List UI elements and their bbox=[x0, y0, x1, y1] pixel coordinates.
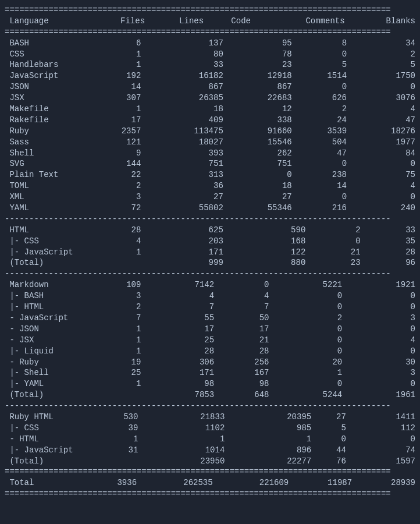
cell-language: Language bbox=[5, 16, 86, 27]
table-row: HTML11100 bbox=[5, 434, 415, 445]
language-label: Ruby bbox=[9, 126, 29, 136]
table-row: Plain Text22313023875 bbox=[5, 169, 415, 180]
language-label: YAML bbox=[24, 379, 44, 388]
cell-value: 1 bbox=[86, 49, 141, 60]
cell-language: Ruby HTML bbox=[5, 412, 86, 423]
cell-value: 0 bbox=[292, 192, 347, 203]
cell-value: 3076 bbox=[347, 93, 415, 104]
cell-value: 22683 bbox=[223, 93, 292, 104]
separator-single: ----------------------------------------… bbox=[5, 268, 415, 279]
cell-value: 18027 bbox=[141, 137, 223, 148]
cell-value: 28 bbox=[141, 346, 214, 357]
cell-value: 78 bbox=[223, 49, 292, 60]
cell-value: 999 bbox=[141, 257, 223, 268]
cell-value: 1514 bbox=[292, 70, 347, 82]
table-row: JavaScript3110148964474 bbox=[5, 445, 415, 456]
cell-language: XML bbox=[5, 192, 86, 203]
table-row: HTML27700 bbox=[5, 302, 415, 313]
cell-value: 55 bbox=[141, 313, 214, 324]
table-row: HTML28625590233 bbox=[5, 225, 415, 236]
separator-double: ========================================… bbox=[5, 466, 415, 477]
cell-value: 1 bbox=[86, 378, 141, 390]
cell-value: 2 bbox=[305, 225, 360, 236]
language-label: Shell bbox=[9, 148, 34, 158]
cell-value: 2 bbox=[269, 313, 342, 324]
cell-value: 1 bbox=[86, 335, 141, 346]
cell-value: 2 bbox=[86, 180, 141, 192]
cell-value: 0 bbox=[346, 434, 415, 445]
cell-value: 4 bbox=[141, 291, 214, 302]
cell-value: 1 bbox=[86, 104, 141, 115]
separator-double: ========================================… bbox=[5, 27, 415, 38]
cell-language: HTML bbox=[5, 434, 86, 445]
table-row: Makefile1181224 bbox=[5, 104, 415, 115]
cell-value: 21 bbox=[214, 335, 269, 346]
cell-value: 18 bbox=[141, 104, 223, 115]
cell-value: 1 bbox=[86, 247, 141, 258]
cell-value: 338 bbox=[223, 115, 292, 126]
cell-value: 121 bbox=[86, 137, 141, 148]
cell-language: YAML bbox=[5, 203, 86, 214]
cell-value bbox=[86, 390, 141, 401]
cell-value: 7142 bbox=[141, 279, 214, 291]
cell-value: 0 bbox=[223, 169, 292, 180]
language-label: JavaScript bbox=[9, 71, 58, 80]
cell-value: 1 bbox=[86, 324, 141, 335]
language-label: Sass bbox=[9, 137, 29, 147]
cell-value: 3936 bbox=[86, 477, 137, 488]
cell-language: JavaScript bbox=[5, 313, 86, 324]
cell-value: 3 bbox=[342, 367, 415, 378]
cell-value: 95 bbox=[223, 38, 292, 49]
cell-value: 18 bbox=[223, 180, 292, 192]
cell-value: Code bbox=[204, 16, 251, 27]
cell-value: 16182 bbox=[141, 70, 223, 82]
cell-value: 14 bbox=[292, 180, 347, 192]
cell-value: 55346 bbox=[223, 203, 292, 214]
table-row: BASH613795834 bbox=[5, 38, 415, 49]
cell-value: Lines bbox=[145, 16, 204, 27]
table-row: Ruby235711347591660353918276 bbox=[5, 126, 415, 137]
cell-value: 80 bbox=[141, 49, 223, 60]
cell-value: 313 bbox=[141, 169, 223, 180]
cell-value: 1 bbox=[269, 367, 342, 378]
table-row: BASH34400 bbox=[5, 291, 415, 302]
cell-language: Ruby bbox=[5, 126, 86, 137]
cell-value: 504 bbox=[292, 137, 347, 148]
cell-value: 5 bbox=[347, 59, 415, 70]
cell-value: 8 bbox=[292, 38, 347, 49]
cell-value: 7 bbox=[214, 302, 269, 313]
cell-value: 0 bbox=[214, 279, 269, 291]
cell-value: Comments bbox=[251, 16, 345, 27]
table-row: JSON1171700 bbox=[5, 324, 415, 335]
cell-language: BASH bbox=[5, 291, 86, 302]
cell-value: 20395 bbox=[225, 412, 311, 423]
separator-double: ========================================… bbox=[5, 5, 415, 16]
cell-value: 0 bbox=[342, 324, 415, 335]
language-label: JavaScript bbox=[24, 445, 73, 455]
cell-language: CSS bbox=[5, 423, 86, 434]
cell-value: 409 bbox=[141, 115, 223, 126]
cell-value: 55802 bbox=[141, 203, 223, 214]
cell-value: 880 bbox=[223, 257, 306, 268]
cell-language: YAML bbox=[5, 378, 86, 390]
cell-value: 15546 bbox=[223, 137, 292, 148]
cell-value: 4 bbox=[347, 180, 415, 192]
cell-value: 31 bbox=[86, 445, 138, 456]
cell-value: 12918 bbox=[223, 70, 292, 82]
cell-value: 137 bbox=[141, 38, 223, 49]
cell-value: 98 bbox=[141, 378, 214, 390]
cell-value: 0 bbox=[347, 82, 415, 93]
cell-value: 30 bbox=[342, 357, 415, 368]
cell-value: 7 bbox=[141, 302, 214, 313]
table-row: CSS1807802 bbox=[5, 49, 415, 60]
language-label: Handlebars bbox=[9, 60, 58, 69]
language-label: Liquid bbox=[24, 346, 54, 356]
cell-value: Blanks bbox=[345, 16, 415, 27]
language-label: Ruby HTML bbox=[9, 412, 54, 422]
cell-language: Sass bbox=[5, 137, 86, 148]
table-row: Liquid1282800 bbox=[5, 346, 415, 357]
cell-value: 33 bbox=[361, 225, 415, 236]
language-label: JSON bbox=[9, 82, 29, 91]
cell-value: 28 bbox=[361, 247, 415, 258]
cell-value: 3 bbox=[86, 291, 141, 302]
